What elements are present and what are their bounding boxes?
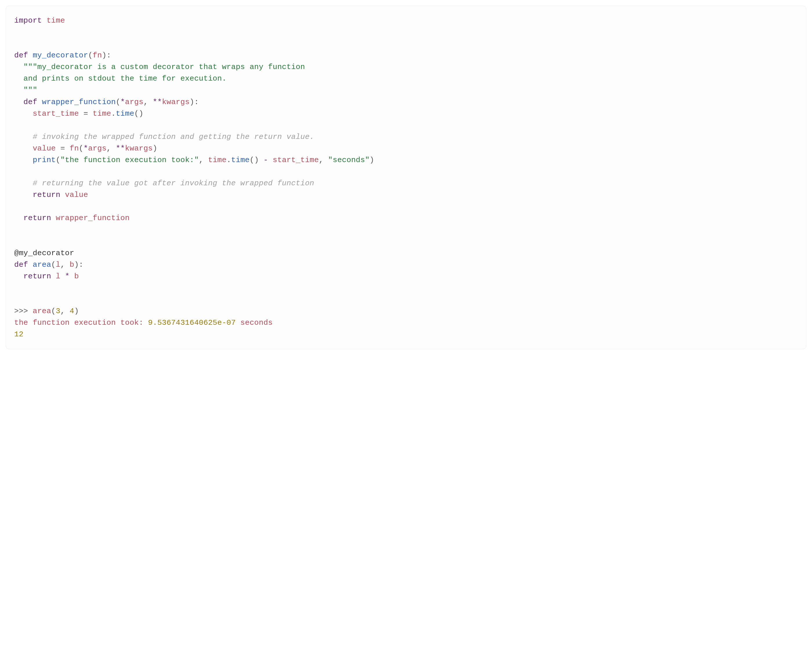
comma: , — [60, 307, 70, 316]
module-time: time — [46, 16, 65, 25]
param-kwargs: kwargs — [162, 98, 190, 106]
number-literal: 4 — [70, 307, 74, 316]
paren: ( — [79, 144, 84, 153]
ident-kwargs: kwargs — [125, 144, 153, 153]
param-l: l — [56, 260, 60, 269]
comma: , — [319, 156, 328, 164]
string-literal: "the function execution took:" — [60, 156, 199, 164]
builtin-print: print — [33, 156, 56, 164]
code-block: import time def my_decorator(fn): """my_… — [6, 6, 806, 349]
call-fn: fn — [70, 144, 79, 153]
star-op: * — [84, 144, 88, 153]
ident-time: time — [208, 156, 227, 164]
dot: . — [111, 109, 116, 118]
parens: () — [250, 156, 259, 164]
ident-time: time — [93, 109, 111, 118]
docstring-line: and prints on stdout the time for execut… — [24, 74, 227, 83]
call-area: area — [33, 307, 51, 316]
function-name: my_decorator — [33, 51, 88, 60]
paren: ) — [74, 307, 79, 316]
ident-args: args — [88, 144, 107, 153]
var-start-time: start_time — [33, 109, 79, 118]
paren-colon: ): — [102, 51, 111, 60]
attr-time: time — [231, 156, 250, 164]
docstring-line: """my_decorator is a custom decorator th… — [24, 63, 305, 71]
star-op: * — [121, 98, 125, 106]
paren: ) — [370, 156, 374, 164]
keyword-def: def — [24, 98, 37, 106]
paren: ( — [51, 307, 56, 316]
comma: , — [60, 260, 70, 269]
comma: , — [106, 144, 116, 153]
decorator: @my_decorator — [14, 249, 74, 257]
paren: ( — [56, 156, 60, 164]
ident-b: b — [74, 272, 79, 281]
parens: () — [134, 109, 144, 118]
dot: . — [227, 156, 231, 164]
minus-op: - — [263, 156, 268, 164]
paren: ( — [88, 51, 93, 60]
comment: # returning the value got after invoking… — [33, 179, 314, 187]
dstar-op: ** — [116, 144, 125, 153]
docstring-line: """ — [24, 86, 37, 95]
keyword-return: return — [33, 190, 60, 199]
output-number: 9.5367431640625e-07 — [148, 318, 236, 327]
paren: ) — [153, 144, 157, 153]
equals: = — [56, 144, 70, 153]
string-literal: "seconds" — [328, 156, 370, 164]
star-op: * — [65, 272, 70, 281]
comma: , — [199, 156, 208, 164]
keyword-return: return — [24, 214, 51, 222]
param-fn: fn — [93, 51, 102, 60]
number-literal: 3 — [56, 307, 60, 316]
paren-colon: ): — [190, 98, 199, 106]
equals: = — [79, 109, 93, 118]
param-b: b — [70, 260, 74, 269]
paren: ( — [51, 260, 56, 269]
ident-l: l — [56, 272, 60, 281]
paren: ( — [116, 98, 121, 106]
output-text: seconds — [236, 318, 273, 327]
ident-value: value — [65, 190, 88, 199]
ident-wrapper: wrapper_function — [56, 214, 130, 222]
keyword-return: return — [24, 272, 51, 281]
var-value: value — [33, 144, 56, 153]
function-name: wrapper_function — [42, 98, 116, 106]
keyword-def: def — [14, 260, 28, 269]
param-args: args — [125, 98, 144, 106]
function-name: area — [33, 260, 51, 269]
dstar-op: ** — [153, 98, 162, 106]
ident-start-time: start_time — [273, 156, 319, 164]
comment: # invoking the wrapped function and gett… — [33, 133, 314, 141]
repl-prompt: >>> — [14, 307, 33, 316]
output-number: 12 — [14, 330, 24, 339]
keyword-def: def — [14, 51, 28, 60]
attr-time: time — [116, 109, 134, 118]
paren-colon: ): — [74, 260, 84, 269]
output-text: the function execution took: — [14, 318, 148, 327]
comma: , — [144, 98, 153, 106]
keyword-import: import — [14, 16, 42, 25]
